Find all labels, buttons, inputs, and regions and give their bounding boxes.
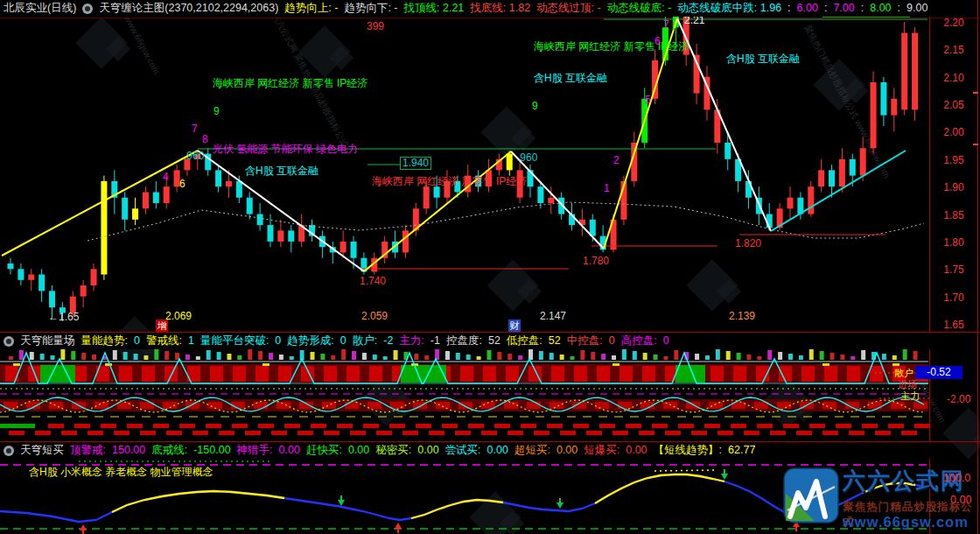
price-axis-tick: 2.10 (933, 72, 975, 84)
header-field: 0.00 (417, 442, 438, 459)
sell-signal-arrow (338, 500, 345, 506)
header-field: 高控盘: (621, 333, 657, 349)
header-field: -1 (430, 333, 440, 349)
header-field: 9.00 (906, 0, 928, 17)
header-field: 底戒线: (151, 442, 187, 459)
energy-panel-header[interactable]: 天穹能量场量能趋势:0警戒线:1量能平台突破:0趋势形成:0散户:-2主力:-1… (0, 333, 931, 349)
energy-side-label: 主力 (900, 390, 920, 401)
indicator-collapse-icon[interactable] (4, 446, 14, 456)
header-field: 0 (340, 333, 346, 349)
header-field: 0.00 (556, 442, 578, 459)
header-field: 北辰实业(日线) (4, 0, 76, 17)
header-field: 天穹缠论主图(2370,2102,2294,2063) (99, 0, 278, 17)
price-axis-tick: 1.70 (933, 292, 975, 304)
indicator-collapse-icon[interactable] (82, 4, 93, 14)
header-field: : (861, 0, 864, 17)
buy-signal-arrow (80, 524, 87, 530)
header-field: 顶警戒: (70, 442, 106, 459)
header-field: 动态线破底中跌: 1.96 (677, 0, 781, 17)
header-field: 主力: (399, 333, 424, 349)
header-field: 0 (275, 333, 281, 349)
header-field: 0.00 (279, 442, 300, 459)
header-field: 150.00 (112, 442, 145, 459)
header-field: 6.00 (797, 0, 818, 17)
price-axis-tick: 1.90 (933, 181, 975, 193)
sell-signal-arrow (721, 474, 728, 480)
shortbuy-panel-header[interactable]: 天穹短买顶警戒:150.00底戒线:-150.00神猎手:0.00赶快买:0.0… (0, 442, 931, 459)
header-field: 0 (609, 333, 615, 349)
header-field: : (824, 0, 827, 17)
price-axis-tick: 1.75 (933, 263, 975, 276)
header-field: 62.77 (728, 442, 755, 459)
header-field: 8.00 (870, 0, 891, 17)
indicator-collapse-icon[interactable] (4, 336, 14, 347)
header-field: 量能平台突破: (200, 333, 269, 349)
header-field: 0.00 (626, 442, 647, 459)
header-field: 0.00 (487, 442, 508, 459)
header-field: 中控盘: (567, 333, 603, 349)
header-field: 0 (134, 333, 140, 349)
header-field: 天穹能量场 (20, 333, 75, 349)
site-logo-url: www.66gsw.com (843, 514, 969, 530)
shortbuy-axis-0: 0.00 (950, 494, 971, 506)
header-field: 短爆买: (584, 442, 620, 459)
header-field: 低控盘: (507, 333, 542, 349)
buy-signal-arrow (395, 523, 402, 529)
header-field: 控盘度: (446, 333, 482, 349)
header-field: 超短买: (514, 442, 550, 459)
energy-side-label: 进场 (898, 379, 917, 390)
header-field: 散户: (353, 333, 377, 349)
header-field: 神猎手: (237, 442, 273, 459)
header-field: 找顶线: 2.21 (404, 0, 465, 17)
header-field: 趋势向上: - (284, 0, 338, 17)
app-root: 北辰实业(日线)天穹缠论主图(2370,2102,2294,2063)趋势向上:… (0, 0, 980, 534)
header-field: 警戒线: (146, 333, 182, 349)
price-axis-tick: 1.65 (933, 319, 975, 331)
price-axis-tick: 1.95 (933, 154, 975, 166)
shortbuy-axis-100: 100.0 (943, 472, 970, 484)
price-axis-tick: 2.15 (933, 44, 975, 56)
header-field: : (898, 0, 900, 17)
header-field: 0 (663, 333, 669, 349)
header-field: 动态线破底: - (607, 0, 672, 17)
header-field: 0.00 (348, 442, 369, 459)
header-field: 秘密买: (375, 442, 411, 459)
price-axis-tick: 2.00 (933, 126, 975, 138)
header-field: 赶快买: (306, 442, 342, 459)
price-axis-tick: 1.80 (933, 236, 975, 249)
header-field: 52 (488, 333, 500, 349)
shortbuy-concept-annotation: 含H股 小米概念 养老概念 物业管理概念 (29, 465, 214, 480)
header-field: 动态线过顶: - (536, 0, 601, 17)
energy-side-label: 散户 (894, 368, 914, 378)
header-field: 天穹短买 (20, 442, 64, 459)
price-axis-tick: 2.20 (933, 17, 975, 29)
header-field: 【短线趋势】: (654, 442, 722, 459)
header-field: 量能趋势: (81, 333, 128, 349)
header-field: 找底线: 1.82 (470, 0, 530, 17)
header-field: 7.00 (833, 0, 854, 17)
energy-level-label: -2.00 (947, 393, 970, 405)
site-logo-icon (783, 467, 841, 525)
main-chart-header[interactable]: 北辰实业(日线)天穹缠论主图(2370,2102,2294,2063)趋势向上:… (0, 0, 931, 17)
header-field: 尝试买: (445, 442, 481, 459)
header-field: -150.00 (193, 442, 230, 459)
header-field: -2 (383, 333, 393, 349)
header-field: 52 (549, 333, 561, 349)
header-field: 趋势形成: (287, 333, 333, 349)
header-field: 1 (188, 333, 194, 349)
header-field: : (788, 0, 790, 17)
sell-signal-arrow (556, 502, 564, 509)
price-axis-tick: 2.05 (933, 99, 975, 111)
energy-value-marker: -0.52 (915, 366, 962, 379)
price-axis-tick: 1.85 (933, 209, 975, 221)
header-field: 趋势向下: - (344, 0, 397, 17)
